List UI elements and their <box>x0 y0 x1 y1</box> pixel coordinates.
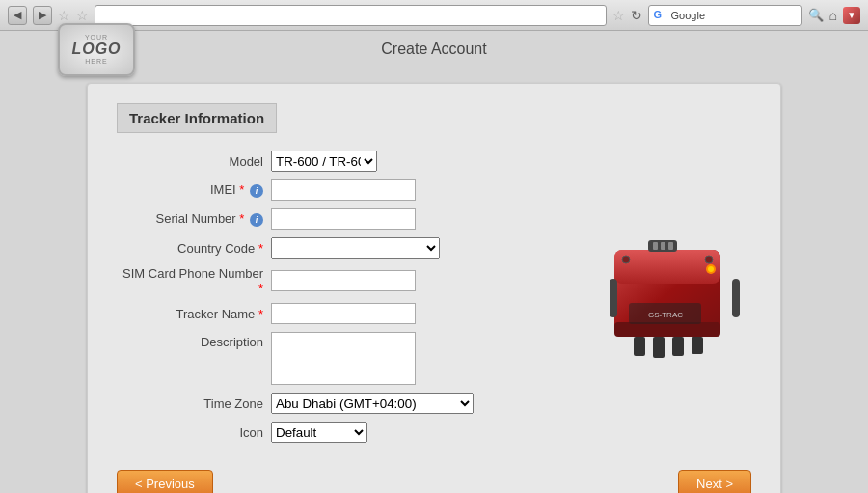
country-select[interactable] <box>271 237 440 259</box>
logo-your: YOUR <box>85 34 108 41</box>
timezone-row: Time Zone Abu Dhabi (GMT+04:00) <box>117 393 578 414</box>
back-button[interactable]: ◀ <box>8 6 27 25</box>
tracker-name-required: * <box>258 307 263 321</box>
imei-input[interactable] <box>271 179 416 201</box>
home-icon[interactable]: ⌂ <box>829 8 837 23</box>
svg-rect-8 <box>653 242 658 250</box>
bookmark-icon[interactable]: ☆ <box>58 8 70 23</box>
imei-required: * <box>239 182 244 197</box>
page-content: YOUR LOGO HERE Create Account Tracker In… <box>0 31 868 493</box>
google-icon: G <box>654 9 667 22</box>
imei-row: IMEI * i <box>117 179 578 201</box>
description-label: Description <box>117 332 271 349</box>
search-mag-icon: 🔍 <box>808 8 824 22</box>
description-row: Description <box>117 332 578 385</box>
form-fields: Model TR-600 / TR-600G IMEI * i <box>117 151 578 451</box>
svg-rect-15 <box>672 337 684 356</box>
logo-logo: LOGO <box>71 41 121 58</box>
icon-label: Icon <box>117 425 271 440</box>
main-container: Tracker Information Model TR-600 / TR-60… <box>87 83 781 493</box>
search-box[interactable]: G Google <box>648 5 802 26</box>
imei-info-icon[interactable]: i <box>250 184 263 198</box>
serial-label: Serial Number * i <box>117 211 271 227</box>
svg-point-18 <box>705 256 713 263</box>
svg-rect-2 <box>614 322 720 337</box>
bookmark-icon2[interactable]: ☆ <box>76 8 89 23</box>
logo-badge: YOUR LOGO HERE <box>58 23 135 76</box>
sim-required: * <box>258 281 263 295</box>
address-bar[interactable] <box>95 5 607 26</box>
model-select[interactable]: TR-600 / TR-600G <box>271 151 377 172</box>
logo-area: YOUR LOGO HERE <box>58 23 135 76</box>
svg-point-6 <box>708 266 714 272</box>
icon-select[interactable]: Default <box>271 422 367 443</box>
tracker-name-label: Tracker Name * <box>117 307 271 321</box>
refresh-icon[interactable]: ↻ <box>631 8 642 23</box>
page-header: YOUR LOGO HERE Create Account <box>0 31 868 68</box>
forward-button[interactable]: ▶ <box>33 6 52 25</box>
tracker-name-input[interactable] <box>271 303 416 324</box>
model-row: Model TR-600 / TR-600G <box>117 151 578 172</box>
country-row: Country Code * <box>117 237 578 259</box>
sim-label: SIM Card Phone Number * <box>117 266 271 295</box>
svg-rect-1 <box>614 250 720 284</box>
button-row: < Previous Next > <box>117 470 751 493</box>
sim-input[interactable] <box>271 270 416 291</box>
svg-rect-9 <box>661 242 665 250</box>
svg-point-17 <box>622 256 630 263</box>
serial-input[interactable] <box>271 208 416 230</box>
icon-row: Icon Default <box>117 422 578 443</box>
timezone-label: Time Zone <box>117 397 271 411</box>
imei-label: IMEI * i <box>117 182 271 198</box>
svg-rect-10 <box>668 242 673 250</box>
previous-button[interactable]: < Previous <box>117 470 213 493</box>
country-label: Country Code * <box>117 241 271 256</box>
serial-row: Serial Number * i <box>117 208 578 230</box>
svg-rect-12 <box>732 279 740 317</box>
serial-required: * <box>239 211 244 226</box>
tracker-image-area: GS-TRAC <box>597 151 751 451</box>
svg-text:GS-TRAC: GS-TRAC <box>648 311 683 319</box>
timezone-select[interactable]: Abu Dhabi (GMT+04:00) <box>271 393 474 414</box>
star-icon: ☆ <box>612 8 625 23</box>
svg-rect-13 <box>634 337 645 356</box>
sim-row: SIM Card Phone Number * <box>117 266 578 295</box>
country-required: * <box>258 241 263 256</box>
svg-rect-11 <box>610 279 617 317</box>
search-label: Google <box>671 10 797 21</box>
menu-icon[interactable]: ▼ <box>843 7 860 24</box>
tracker-device-image: GS-TRAC <box>605 226 745 375</box>
svg-rect-14 <box>653 337 665 358</box>
tracker-name-row: Tracker Name * <box>117 303 578 324</box>
svg-rect-16 <box>692 337 703 354</box>
serial-info-icon[interactable]: i <box>250 213 263 227</box>
description-textarea[interactable] <box>271 332 416 385</box>
section-title: Tracker Information <box>117 103 277 133</box>
logo-here: HERE <box>85 58 107 65</box>
form-area: Model TR-600 / TR-600G IMEI * i <box>117 151 751 451</box>
page-title: Create Account <box>381 41 486 58</box>
model-label: Model <box>117 154 271 169</box>
next-button[interactable]: Next > <box>678 470 751 493</box>
